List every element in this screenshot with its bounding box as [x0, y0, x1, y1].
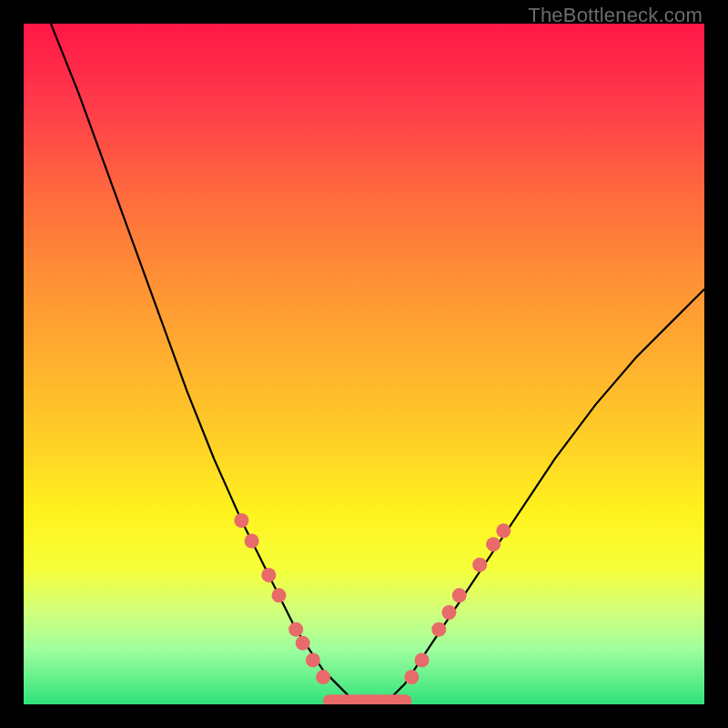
- highlight-dots: [234, 513, 511, 684]
- svg-point-2: [245, 534, 259, 549]
- svg-point-9: [404, 670, 419, 684]
- gradient-plot-area: [24, 24, 704, 704]
- svg-point-3: [261, 568, 276, 582]
- svg-point-8: [316, 670, 330, 684]
- svg-point-7: [306, 652, 320, 667]
- chart-svg: [24, 24, 704, 704]
- svg-point-10: [415, 652, 430, 667]
- svg-point-5: [288, 622, 303, 637]
- svg-point-4: [272, 588, 287, 602]
- svg-point-6: [296, 636, 310, 651]
- svg-point-12: [442, 605, 457, 620]
- svg-point-14: [472, 558, 487, 572]
- bottom-bar: [323, 694, 411, 704]
- svg-rect-0: [323, 694, 411, 704]
- svg-point-1: [234, 513, 248, 528]
- svg-point-15: [486, 537, 500, 551]
- svg-point-11: [431, 622, 446, 637]
- watermark-text: TheBottleneck.com: [528, 4, 703, 27]
- svg-point-16: [496, 523, 511, 538]
- svg-point-13: [452, 588, 467, 602]
- bottleneck-curve: [51, 24, 704, 701]
